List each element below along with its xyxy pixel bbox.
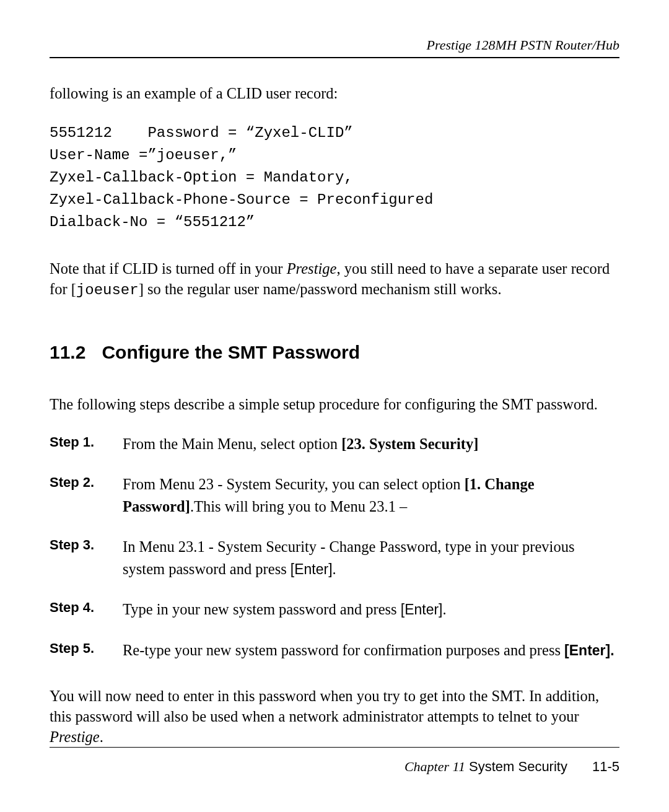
- page-footer: Chapter 11 System Security11-5: [50, 747, 619, 775]
- step-enter-key: [Enter]: [291, 561, 333, 577]
- code-line: Zyxel-Callback-Option = Mandatory,: [50, 169, 353, 186]
- code-example: 5551212 Password = “Zyxel-CLID” User-Nam…: [50, 122, 619, 234]
- step-text-span: .: [333, 561, 336, 577]
- closing-text: .: [100, 728, 103, 745]
- section-heading: 11.2 Configure the SMT Password: [50, 342, 619, 363]
- step-text-span: Type in your new system password and pre…: [123, 601, 401, 618]
- running-header: Prestige 128MH PSTN Router/Hub: [50, 37, 619, 58]
- footer-page-number: 11-5: [592, 759, 619, 774]
- code-line: Dialback-No = “5551212”: [50, 214, 255, 230]
- step-text-span: .: [443, 601, 447, 618]
- closing-italic: Prestige: [50, 728, 100, 745]
- step-text: Type in your new system password and pre…: [123, 598, 447, 621]
- code-line: Zyxel-Callback-Phone-Source = Preconfigu…: [50, 191, 433, 208]
- step-text-span: From the Main Menu, select option: [123, 435, 341, 452]
- step-text: From the Main Menu, select option [23. S…: [123, 433, 478, 455]
- note-text: Note that if CLID is turned off in your: [50, 260, 287, 277]
- document-page: Prestige 128MH PSTN Router/Hub following…: [0, 0, 669, 812]
- code-line: User-Name =”joeuser,”: [50, 147, 237, 164]
- intro-paragraph: following is an example of a CLID user r…: [50, 83, 619, 103]
- step-enter-key: [Enter]: [401, 601, 443, 618]
- step-item: Step 3. In Menu 23.1 - System Security -…: [50, 536, 619, 580]
- note-text: ] so the regular user name/password mech…: [139, 281, 502, 297]
- step-item: Step 1. From the Main Menu, select optio…: [50, 433, 619, 455]
- step-text: From Menu 23 - System Security, you can …: [123, 473, 619, 517]
- step-text: Re-type your new system password for con…: [123, 639, 614, 661]
- step-label: Step 3.: [50, 536, 107, 553]
- step-item: Step 2. From Menu 23 - System Security, …: [50, 473, 619, 517]
- note-italic: Prestige: [287, 260, 337, 277]
- closing-text: You will now need to enter in this passw…: [50, 688, 599, 725]
- step-label: Step 2.: [50, 473, 107, 491]
- step-text-span: .This will bring you to Menu 23.1 –: [190, 498, 407, 515]
- section-title: Configure the SMT Password: [102, 342, 360, 363]
- step-text-span: In Menu 23.1 - System Security - Change …: [123, 538, 574, 577]
- section-number: 11.2: [50, 342, 85, 363]
- step-enter-key: [Enter].: [564, 642, 614, 658]
- footer-chapter-label: Chapter 11: [404, 759, 465, 774]
- step-label: Step 5.: [50, 639, 107, 657]
- step-bold: [23. System Security]: [341, 435, 478, 452]
- section-intro: The following steps describe a simple se…: [50, 394, 619, 414]
- step-text-span: Re-type your new system password for con…: [123, 642, 564, 658]
- steps-list: Step 1. From the Main Menu, select optio…: [50, 433, 619, 661]
- step-label: Step 4.: [50, 598, 107, 616]
- step-label: Step 1.: [50, 433, 107, 450]
- note-mono: joeuser: [76, 282, 139, 299]
- code-line: 5551212 Password = “Zyxel-CLID”: [50, 124, 353, 141]
- footer-chapter-title: System Security: [465, 759, 567, 774]
- step-text-span: From Menu 23 - System Security, you can …: [123, 476, 465, 492]
- step-text: In Menu 23.1 - System Security - Change …: [123, 536, 619, 580]
- note-paragraph: Note that if CLID is turned off in your …: [50, 258, 619, 300]
- step-item: Step 4. Type in your new system password…: [50, 598, 619, 621]
- closing-paragraph: You will now need to enter in this passw…: [50, 686, 619, 747]
- step-item: Step 5. Re-type your new system password…: [50, 639, 619, 661]
